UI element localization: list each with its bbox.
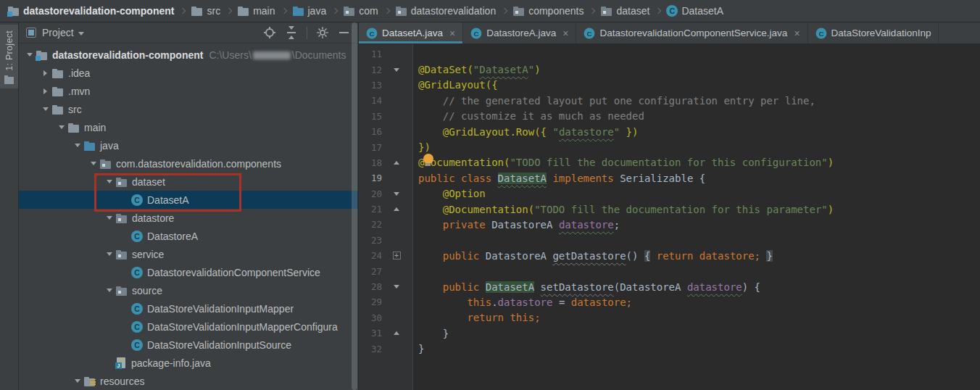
code-line[interactable]: 18@Documentation("TODO fill the document… <box>359 155 980 170</box>
project-tree-scrollbar[interactable] <box>352 22 357 390</box>
fold-marker-icon[interactable] <box>382 331 411 335</box>
collapse-all-icon[interactable] <box>285 26 298 39</box>
code-line[interactable]: 11 <box>359 46 980 62</box>
tree-row[interactable]: .idea <box>19 64 358 82</box>
tree-item-label: datastorevalidation-component <box>52 49 203 61</box>
gutter-cell: 13 <box>359 80 414 91</box>
fold-marker-icon[interactable] <box>382 207 411 211</box>
tree-item-label: dataset <box>132 176 165 188</box>
code-editor[interactable]: 1112@DataSet("DatasetA")13@GridLayout({1… <box>359 44 980 390</box>
tree-row[interactable]: CDatastorevalidationComponentService <box>19 263 358 281</box>
folder-icon <box>51 86 64 97</box>
breadcrumb-label: com <box>359 5 378 17</box>
tree-row[interactable]: CDatastoreA <box>19 227 358 245</box>
tree-expand-arrow[interactable] <box>23 53 36 57</box>
chevron-down-icon[interactable] <box>78 32 84 36</box>
tree-row[interactable]: com.datastorevalidation.components <box>19 154 358 173</box>
tree-row[interactable]: dataset <box>19 173 358 191</box>
code-line[interactable]: 21 @Documentation("TODO fill the documen… <box>359 202 980 217</box>
code-line[interactable]: 22 private DatastoreA datastore; <box>359 217 980 232</box>
close-tab-icon[interactable]: × <box>794 28 800 39</box>
intention-bulb-icon[interactable] <box>423 154 433 164</box>
code-line[interactable]: 27 <box>359 263 980 278</box>
settings-gear-icon[interactable] <box>316 26 329 39</box>
code-line[interactable]: 31 } <box>359 325 980 341</box>
tree-expand-arrow[interactable] <box>103 252 115 256</box>
tree-row[interactable]: CDataStoreValidationInputMapper <box>19 299 358 318</box>
breadcrumb-item[interactable]: dataset <box>600 5 649 17</box>
project-panel-title[interactable]: Project <box>42 27 74 38</box>
tree-row[interactable]: CDataStoreValidationInputSource <box>19 336 358 354</box>
code-line[interactable]: 32} <box>359 341 980 356</box>
locate-icon[interactable] <box>263 26 276 39</box>
code-line[interactable]: 14 // the generated layout put one confi… <box>359 93 980 108</box>
tree-collapse-arrow[interactable] <box>39 88 51 94</box>
tree-expand-arrow[interactable] <box>71 144 83 147</box>
fold-marker-icon[interactable] <box>382 192 411 196</box>
navigation-bar: datastorevalidation-componentsrcmainjava… <box>0 0 980 22</box>
tree-row[interactable]: CDataStoreValidationInputMapperConfigura <box>19 318 358 336</box>
tree-row[interactable]: resources <box>19 372 358 390</box>
tree-row[interactable]: datastore <box>19 209 358 227</box>
editor-tab[interactable]: CDatastorevalidationComponentService.jav… <box>576 22 807 43</box>
package-icon <box>115 249 128 260</box>
breadcrumb-label: java <box>308 5 327 17</box>
breadcrumb-item[interactable]: src <box>191 5 220 17</box>
code-line[interactable]: 24+ public DatastoreA getDatastore() { r… <box>359 248 980 263</box>
tree-collapse-arrow[interactable] <box>39 70 51 76</box>
code-line[interactable]: 17}) <box>359 139 980 154</box>
tree-expand-arrow[interactable] <box>87 162 99 165</box>
tree-expand-arrow[interactable] <box>71 379 83 383</box>
editor-tab[interactable]: CDataStoreValidationInp <box>808 22 939 43</box>
breadcrumb-item[interactable]: CDatasetA <box>666 5 723 17</box>
close-tab-icon[interactable]: × <box>449 28 455 39</box>
folder-icon <box>51 104 64 115</box>
tree-row[interactable]: src <box>19 100 358 118</box>
editor-tab[interactable]: CDatastoreA.java× <box>463 22 576 43</box>
tree-expand-arrow[interactable] <box>103 180 115 183</box>
tree-row[interactable]: service <box>19 245 358 263</box>
gutter-cell: 27 <box>359 266 414 277</box>
fold-marker-icon[interactable] <box>382 285 411 289</box>
tree-expand-arrow[interactable] <box>103 289 115 292</box>
hide-panel-icon[interactable] <box>338 26 351 39</box>
tree-item-label: DataStoreValidationInputSource <box>147 339 291 351</box>
code-line[interactable]: 19public class DatasetA implements Seria… <box>359 170 980 186</box>
fold-marker-icon[interactable] <box>382 161 411 165</box>
tree-row[interactable]: Jpackage-info.java <box>19 354 358 372</box>
breadcrumb-item[interactable]: com <box>343 5 378 17</box>
close-tab-icon[interactable]: × <box>562 28 568 39</box>
project-panel: Project datastorevalidation-componentC:\… <box>19 22 359 390</box>
code-line[interactable]: 29 this.datastore = datastore; <box>359 294 980 310</box>
code-line[interactable]: 15 // customize it as much as needed <box>359 109 980 124</box>
tree-row[interactable]: java <box>19 136 358 154</box>
code-line[interactable]: 23 <box>359 233 980 248</box>
breadcrumb-item[interactable]: main <box>237 5 275 17</box>
tree-row[interactable]: source <box>19 281 358 299</box>
tree-item-label: source <box>132 285 162 296</box>
tree-row[interactable]: CDatasetA <box>19 191 358 209</box>
breadcrumb-item[interactable]: datastorevalidation <box>395 5 497 17</box>
code-line[interactable]: 20 @Option <box>359 186 980 202</box>
editor-tab[interactable]: CDatasetA.java× <box>359 22 463 43</box>
tool-window-button-project[interactable]: 1: Project <box>0 25 18 88</box>
breadcrumb-item[interactable]: java <box>292 5 327 17</box>
fold-marker-icon[interactable] <box>382 68 411 72</box>
breadcrumb-item[interactable]: components <box>512 5 584 17</box>
tree-row[interactable]: datastorevalidation-componentC:\Users\\D… <box>19 46 358 64</box>
code-line[interactable]: 16 @GridLayout.Row({ "datastore" }) <box>359 124 980 139</box>
tree-row[interactable]: main <box>19 118 358 136</box>
tree-row[interactable]: .mvn <box>19 82 358 100</box>
line-number: 27 <box>359 266 382 277</box>
breadcrumb-item[interactable]: datastorevalidation-component <box>7 5 174 17</box>
code-line[interactable]: 28 public DatasetA setDatastore(Datastor… <box>359 279 980 294</box>
tree-expand-arrow[interactable] <box>103 216 115 220</box>
tree-expand-arrow[interactable] <box>55 125 67 129</box>
fold-marker-icon[interactable]: + <box>382 252 411 260</box>
tree-expand-arrow[interactable] <box>39 107 51 111</box>
code-line[interactable]: 12@DataSet("DatasetA") <box>359 62 980 77</box>
code-line[interactable]: 30 return this; <box>359 310 980 325</box>
tree-item-label: DatasetA <box>147 194 189 206</box>
gutter-cell: 14 <box>359 95 414 106</box>
code-line[interactable]: 13@GridLayout({ <box>359 78 980 93</box>
